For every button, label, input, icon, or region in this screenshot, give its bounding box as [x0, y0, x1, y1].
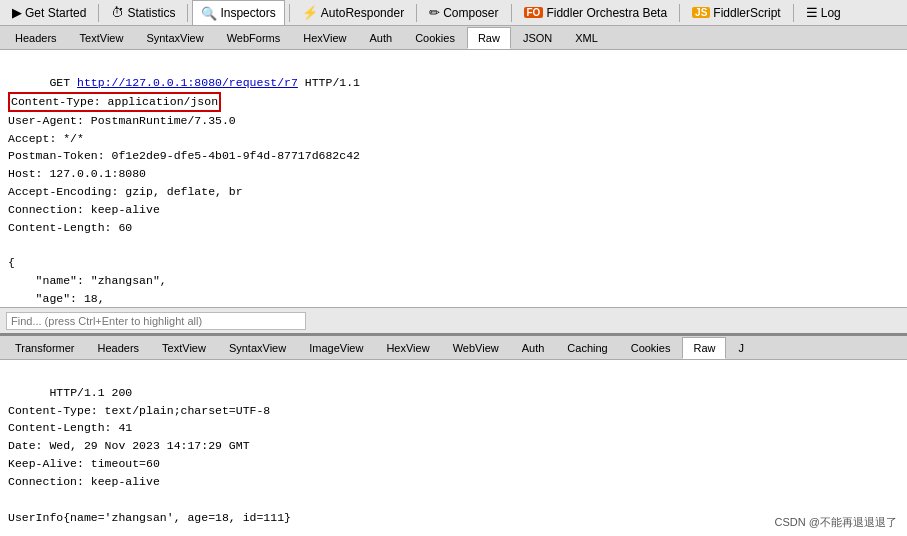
tab-lower-j[interactable]: J [727, 337, 755, 359]
nav-divider-3 [289, 4, 290, 22]
tab-lower-transformer[interactable]: Transformer [4, 337, 86, 359]
tab-upper-hexview[interactable]: HexView [292, 27, 357, 49]
upper-tab-row: Headers TextView SyntaxView WebForms Hex… [0, 26, 907, 50]
response-status-line: HTTP/1.1 200 [49, 386, 132, 399]
nav-divider-1 [98, 4, 99, 22]
request-raw-content: GET http://127.0.0.1:8080/request/r7 HTT… [0, 50, 907, 307]
tab-upper-json[interactable]: JSON [512, 27, 563, 49]
tab-upper-syntaxview[interactable]: SyntaxView [135, 27, 214, 49]
tab-lower-textview[interactable]: TextView [151, 337, 217, 359]
nav-divider-5 [511, 4, 512, 22]
tab-lower-hexview[interactable]: HexView [375, 337, 440, 359]
log-icon: ☰ [806, 5, 818, 20]
nav-divider-6 [679, 4, 680, 22]
tab-upper-cookies[interactable]: Cookies [404, 27, 466, 49]
http-protocol: HTTP/1.1 [305, 76, 360, 89]
fiddler-orchestra-icon: FO [524, 7, 544, 18]
lower-section: Transformer Headers TextView SyntaxView … [0, 336, 907, 536]
tab-upper-auth[interactable]: Auth [359, 27, 404, 49]
tab-upper-headers[interactable]: Headers [4, 27, 68, 49]
nav-fiddlerscript[interactable]: JS FiddlerScript [684, 0, 789, 25]
statistics-icon: ⏱ [111, 5, 124, 20]
nav-autoresponder[interactable]: ⚡ AutoResponder [294, 0, 412, 25]
response-content-length: Content-Length: 41 [8, 421, 132, 434]
get-started-icon: ▶ [12, 5, 22, 20]
response-content-type: Content-Type: text/plain;charset=UTF-8 [8, 404, 270, 417]
response-raw-content: HTTP/1.1 200 Content-Type: text/plain;ch… [0, 360, 907, 536]
tab-upper-textview[interactable]: TextView [69, 27, 135, 49]
content-type-header: Content-Type: application/json [8, 92, 221, 112]
tab-lower-webview[interactable]: WebView [442, 337, 510, 359]
response-date: Date: Wed, 29 Nov 2023 14:17:29 GMT [8, 439, 250, 452]
upper-request-content: GET http://127.0.0.1:8080/request/r7 HTT… [0, 50, 907, 307]
request-body: { "name": "zhangsan", "age": 18, "id": 1… [8, 256, 167, 307]
user-agent-header: User-Agent: PostmanRuntime/7.35.0 [8, 114, 236, 127]
tab-lower-raw[interactable]: Raw [682, 337, 726, 359]
tab-lower-headers[interactable]: Headers [87, 337, 151, 359]
nav-inspectors[interactable]: 🔍 Inspectors [192, 0, 284, 25]
find-input[interactable] [6, 312, 306, 330]
content-length-header: Content-Length: 60 [8, 221, 132, 234]
tab-upper-raw[interactable]: Raw [467, 27, 511, 49]
nav-composer[interactable]: ✏ Composer [421, 0, 506, 25]
tab-lower-imageview[interactable]: ImageView [298, 337, 374, 359]
upper-section: Headers TextView SyntaxView WebForms Hex… [0, 26, 907, 336]
tab-lower-cookies[interactable]: Cookies [620, 337, 682, 359]
accept-encoding-header: Accept-Encoding: gzip, deflate, br [8, 185, 243, 198]
http-method: GET [49, 76, 70, 89]
autoresponder-icon: ⚡ [302, 5, 318, 20]
find-bar [0, 307, 907, 333]
response-keep-alive: Keep-Alive: timeout=60 [8, 457, 160, 470]
tab-upper-webforms[interactable]: WebForms [216, 27, 292, 49]
postman-token-header: Postman-Token: 0f1e2de9-dfe5-4b01-9f4d-8… [8, 149, 360, 162]
nav-fiddler-orchestra[interactable]: FO Fiddler Orchestra Beta [516, 0, 676, 25]
fiddlerscript-icon: JS [692, 7, 710, 18]
tab-lower-caching[interactable]: Caching [556, 337, 618, 359]
composer-icon: ✏ [429, 5, 440, 20]
response-body: UserInfo{name='zhangsan', age=18, id=111… [8, 511, 291, 524]
lower-tab-row: Transformer Headers TextView SyntaxView … [0, 336, 907, 360]
response-connection: Connection: keep-alive [8, 475, 160, 488]
nav-divider-2 [187, 4, 188, 22]
request-url: http://127.0.0.1:8080/request/r7 [77, 76, 298, 89]
lower-response-content: HTTP/1.1 200 Content-Type: text/plain;ch… [0, 360, 907, 536]
tab-lower-auth[interactable]: Auth [511, 337, 556, 359]
inspectors-icon: 🔍 [201, 6, 217, 21]
nav-get-started[interactable]: ▶ Get Started [4, 0, 94, 25]
host-header: Host: 127.0.0.1:8080 [8, 167, 146, 180]
connection-header: Connection: keep-alive [8, 203, 160, 216]
tab-lower-syntaxview[interactable]: SyntaxView [218, 337, 297, 359]
nav-divider-4 [416, 4, 417, 22]
top-navigation: ▶ Get Started ⏱ Statistics 🔍 Inspectors … [0, 0, 907, 26]
nav-divider-7 [793, 4, 794, 22]
nav-log[interactable]: ☰ Log [798, 0, 849, 25]
tab-upper-xml[interactable]: XML [564, 27, 609, 49]
accept-header: Accept: */* [8, 132, 84, 145]
nav-statistics[interactable]: ⏱ Statistics [103, 0, 183, 25]
